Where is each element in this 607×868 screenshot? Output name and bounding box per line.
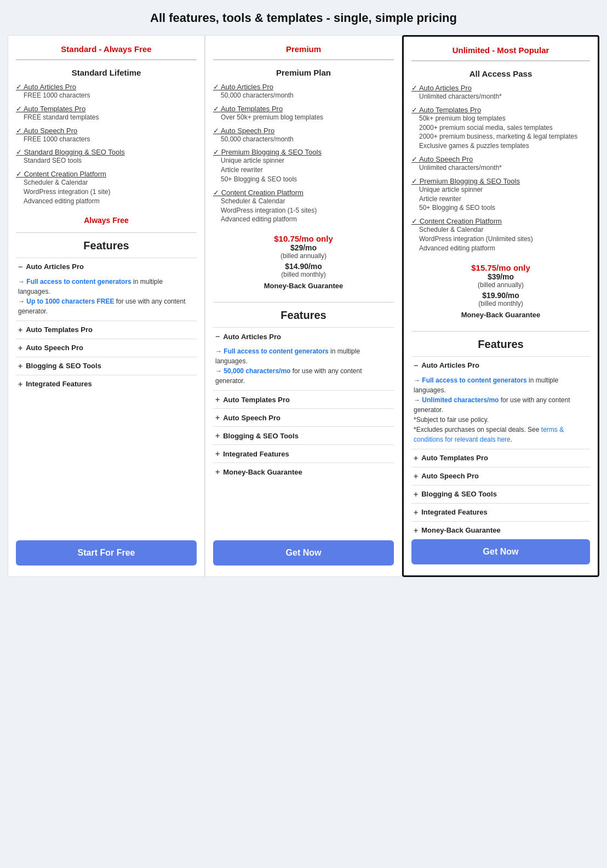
plus-icon-std-speech: + <box>18 344 22 352</box>
prem-get-now-button[interactable]: Get Now <box>213 540 394 566</box>
unl-templates-desc: 50k+ premium blog templates2000+ premium… <box>419 114 590 151</box>
prem-row-seo[interactable]: + Blogging & SEO Tools <box>213 426 394 444</box>
unl-get-now-button[interactable]: Get Now <box>411 539 590 564</box>
divider-std <box>16 232 197 233</box>
always-free-label: Always Free <box>16 216 197 225</box>
prem-row-articles[interactable]: −Auto Articles Pro → Full access to cont… <box>213 327 394 390</box>
unl-price-annual: (billed annually) <box>411 281 590 289</box>
prem-row-money-back[interactable]: + Money-Back Guarantee <box>213 462 394 481</box>
plus-icon-unl-integrated: + <box>414 508 418 517</box>
minus-icon-prem-articles: − <box>215 332 220 341</box>
prem-features-heading: Features <box>213 309 394 322</box>
std-articles-sub: → Full access to content generators in m… <box>18 277 194 316</box>
std-platform-title: Content Creation Platform <box>16 170 197 178</box>
prem-articles-desc: 50,000 characters/month <box>221 91 394 100</box>
unl-price-monthly: $19.90/mo <box>411 291 590 300</box>
plus-icon-prem-templates: + <box>215 395 220 404</box>
unl-row-money-back[interactable]: + Money-Back Guarantee <box>411 521 590 539</box>
std-features-heading: Features <box>16 239 197 252</box>
unlimited-header: Unlimited - Most Popular <box>411 45 590 61</box>
page-title: All features, tools & templates - single… <box>5 11 602 25</box>
unl-seo-desc: Unique article spinnerArticle rewriter50… <box>419 185 590 213</box>
prem-speech-desc: 50,000 characters/month <box>221 135 394 144</box>
unl-row-money-back-label: Money-Back Guarantee <box>421 526 501 534</box>
prem-templates-desc: Over 50k+ premium blog templates <box>221 113 394 122</box>
plus-icon-std-integrated: + <box>18 380 22 389</box>
prem-platform-title: Content Creation Platform <box>213 189 394 197</box>
unlimited-column: Unlimited - Most Popular All Access Pass… <box>402 35 599 577</box>
std-row-speech[interactable]: + Auto Speech Pro <box>16 339 197 357</box>
unl-fair-use: *Subject to fair use policy. <box>414 416 489 424</box>
plus-icon-std-templates: + <box>18 326 22 334</box>
unl-speech-title: Auto Speech Pro <box>411 155 590 163</box>
prem-price-monthly-note: (billed monthly) <box>213 271 394 278</box>
pricing-grid: Standard - Always Free Standard Lifetime… <box>8 35 599 577</box>
unl-row-articles[interactable]: −Auto Articles Pro → Full access to cont… <box>411 356 590 449</box>
std-row-integrated[interactable]: + Integrated Features <box>16 375 197 393</box>
prem-row-speech[interactable]: + Auto Speech Pro <box>213 408 394 426</box>
prem-row-integrated-label: Integrated Features <box>223 450 289 458</box>
prem-seo-desc: Unique article spinnerArticle rewriter50… <box>221 156 394 184</box>
prem-row-templates[interactable]: + Auto Templates Pro <box>213 390 394 408</box>
unl-articles-desc: Unlimited characters/month* <box>419 92 590 101</box>
unl-row-seo-label: Blogging & SEO Tools <box>421 490 497 498</box>
std-articles-desc: FREE 1000 characters <box>24 91 197 100</box>
plus-icon-unl-speech: + <box>414 472 418 481</box>
unlimited-plan-name: All Access Pass <box>411 69 590 78</box>
terms-link[interactable]: terms & conditions for relevant deals he… <box>414 426 564 443</box>
std-row-templates[interactable]: + Auto Templates Pro <box>16 321 197 339</box>
prem-price-annual: (billed annually) <box>213 252 394 260</box>
std-feature-platform: Content Creation Platform Scheduler & Ca… <box>16 170 197 205</box>
unl-row-integrated-label: Integrated Features <box>421 508 488 516</box>
std-feature-templates: Auto Templates Pro FREE standard templat… <box>16 105 197 122</box>
prem-price-original: $29/mo <box>213 243 394 252</box>
std-speech-desc: FREE 1000 characters <box>24 135 197 144</box>
plus-icon-prem-seo: + <box>215 431 220 440</box>
unl-feature-seo: Premium Blogging & SEO Tools Unique arti… <box>411 177 590 213</box>
prem-price-main: $10.75/mo only <box>213 234 394 243</box>
std-feature-speech: Auto Speech Pro FREE 1000 characters <box>16 127 197 144</box>
start-for-free-button[interactable]: Start For Free <box>16 540 197 566</box>
prem-row-templates-label: Auto Templates Pro <box>223 396 290 404</box>
prem-seo-title: Premium Blogging & SEO Tools <box>213 148 394 156</box>
prem-row-integrated[interactable]: + Integrated Features <box>213 444 394 462</box>
plus-icon-unl-seo: + <box>414 490 418 499</box>
unl-row-templates[interactable]: + Auto Templates Pro <box>411 449 590 467</box>
std-templates-title: Auto Templates Pro <box>16 105 197 113</box>
std-seo-title: Standard Blogging & SEO Tools <box>16 148 197 156</box>
unl-row-speech-label: Auto Speech Pro <box>421 472 479 480</box>
plus-icon-prem-integrated: + <box>215 449 220 458</box>
std-platform-desc: Scheduler & CalendarWordPress integratio… <box>24 178 197 205</box>
prem-row-seo-label: Blogging & SEO Tools <box>223 432 299 440</box>
std-row-seo[interactable]: + Blogging & SEO Tools <box>16 357 197 375</box>
prem-feature-speech: Auto Speech Pro 50,000 characters/month <box>213 127 394 144</box>
std-templates-desc: FREE standard templates <box>24 113 197 122</box>
prem-feature-articles: Auto Articles Pro 50,000 characters/mont… <box>213 83 394 100</box>
unl-price-main: $15.75/mo only <box>411 263 590 272</box>
plus-icon-unl-templates: + <box>414 454 418 462</box>
standard-plan-name: Standard Lifetime <box>16 68 197 77</box>
prem-feature-seo: Premium Blogging & SEO Tools Unique arti… <box>213 148 394 184</box>
unl-money-back: Money-Back Guarantee <box>411 311 590 319</box>
unl-seo-title: Premium Blogging & SEO Tools <box>411 177 590 185</box>
prem-row-articles-label: Auto Articles Pro <box>223 333 281 341</box>
std-speech-title: Auto Speech Pro <box>16 127 197 135</box>
unl-row-seo[interactable]: + Blogging & SEO Tools <box>411 485 590 503</box>
plus-icon-std-seo: + <box>18 362 22 370</box>
plus-icon-unl-money: + <box>414 526 418 535</box>
unl-excludes: *Excludes purchases on special deals. Se… <box>414 426 564 443</box>
divider-unl <box>411 331 590 332</box>
unl-platform-title: Content Creation Platform <box>411 217 590 225</box>
premium-header: Premium <box>213 44 394 60</box>
std-row-articles[interactable]: −Auto Articles Pro → Full access to cont… <box>16 258 197 321</box>
prem-templates-title: Auto Templates Pro <box>213 105 394 113</box>
std-feature-articles: Auto Articles Pro FREE 1000 characters <box>16 83 197 100</box>
unl-platform-desc: Scheduler & CalendarWordPress integratio… <box>419 225 590 253</box>
unl-features-heading: Features <box>411 338 590 351</box>
unl-row-integrated[interactable]: + Integrated Features <box>411 503 590 521</box>
unl-feature-platform: Content Creation Platform Scheduler & Ca… <box>411 217 590 253</box>
unl-row-articles-label: Auto Articles Pro <box>421 361 479 369</box>
prem-feature-templates: Auto Templates Pro Over 50k+ premium blo… <box>213 105 394 122</box>
unl-price-original: $39/mo <box>411 272 590 281</box>
unl-row-speech[interactable]: + Auto Speech Pro <box>411 467 590 485</box>
